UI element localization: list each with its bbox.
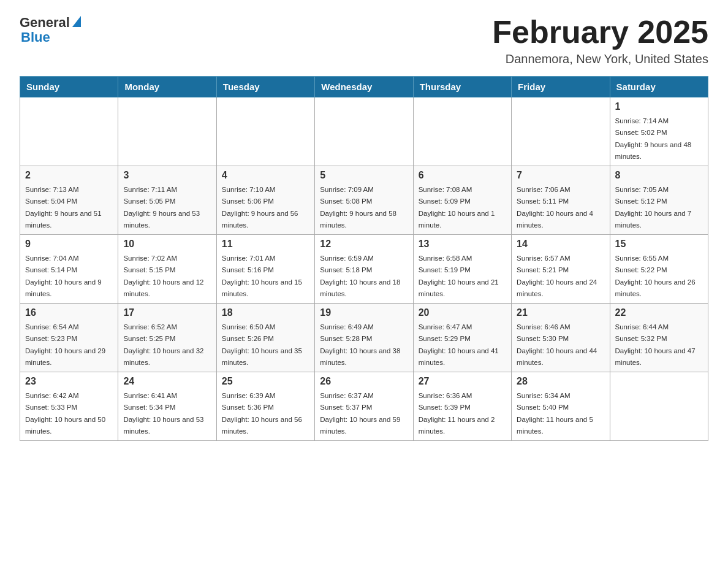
day-number: 9: [25, 239, 113, 250]
calendar-cell: 25Sunrise: 6:39 AMSunset: 5:36 PMDayligh…: [216, 372, 314, 441]
calendar-cell: 24Sunrise: 6:41 AMSunset: 5:34 PMDayligh…: [118, 372, 216, 441]
day-info: Sunrise: 6:50 AMSunset: 5:26 PMDaylight:…: [222, 323, 302, 366]
day-info: Sunrise: 7:04 AMSunset: 5:14 PMDaylight:…: [25, 255, 102, 297]
day-number: 20: [419, 307, 506, 318]
weekday-header-wednesday: Wednesday: [315, 77, 413, 98]
day-info: Sunrise: 7:05 AMSunset: 5:12 PMDaylight:…: [615, 186, 692, 229]
day-number: 19: [320, 307, 408, 318]
day-number: 2: [25, 170, 113, 181]
calendar-week-row: 1Sunrise: 7:14 AMSunset: 5:02 PMDaylight…: [20, 98, 708, 166]
calendar-cell: 4Sunrise: 7:10 AMSunset: 5:06 PMDaylight…: [216, 166, 314, 235]
day-info: Sunrise: 7:02 AMSunset: 5:15 PMDaylight:…: [123, 255, 203, 297]
day-number: 22: [615, 307, 703, 318]
day-info: Sunrise: 6:49 AMSunset: 5:28 PMDaylight:…: [320, 323, 400, 366]
calendar-cell: [118, 98, 216, 166]
calendar-cell: 6Sunrise: 7:08 AMSunset: 5:09 PMDaylight…: [413, 166, 511, 235]
day-number: 3: [123, 170, 211, 181]
weekday-header-monday: Monday: [118, 77, 216, 98]
calendar-cell: 5Sunrise: 7:09 AMSunset: 5:08 PMDaylight…: [315, 166, 413, 235]
logo: General Blue: [20, 15, 81, 45]
day-info: Sunrise: 6:54 AMSunset: 5:23 PMDaylight:…: [25, 323, 105, 366]
day-number: 4: [222, 170, 309, 181]
calendar-cell: 2Sunrise: 7:13 AMSunset: 5:04 PMDaylight…: [20, 166, 118, 235]
calendar-cell: 1Sunrise: 7:14 AMSunset: 5:02 PMDaylight…: [610, 98, 708, 166]
calendar-cell: 16Sunrise: 6:54 AMSunset: 5:23 PMDayligh…: [20, 304, 118, 372]
calendar-header: SundayMondayTuesdayWednesdayThursdayFrid…: [20, 77, 708, 98]
day-number: 25: [222, 376, 309, 387]
day-number: 23: [25, 376, 113, 387]
day-info: Sunrise: 6:52 AMSunset: 5:25 PMDaylight:…: [123, 323, 203, 366]
day-info: Sunrise: 6:36 AMSunset: 5:39 PMDaylight:…: [419, 392, 495, 435]
calendar-week-row: 16Sunrise: 6:54 AMSunset: 5:23 PMDayligh…: [20, 304, 708, 372]
calendar-cell: 3Sunrise: 7:11 AMSunset: 5:05 PMDaylight…: [118, 166, 216, 235]
calendar-body: 1Sunrise: 7:14 AMSunset: 5:02 PMDaylight…: [20, 98, 708, 441]
day-number: 24: [123, 376, 211, 387]
calendar-cell: 12Sunrise: 6:59 AMSunset: 5:18 PMDayligh…: [315, 235, 413, 304]
calendar-week-row: 2Sunrise: 7:13 AMSunset: 5:04 PMDaylight…: [20, 166, 708, 235]
day-info: Sunrise: 6:34 AMSunset: 5:40 PMDaylight:…: [517, 392, 593, 435]
calendar-cell: 18Sunrise: 6:50 AMSunset: 5:26 PMDayligh…: [216, 304, 314, 372]
day-number: 10: [123, 239, 211, 250]
day-number: 11: [222, 239, 309, 250]
day-number: 14: [517, 239, 604, 250]
calendar-cell: 14Sunrise: 6:57 AMSunset: 5:21 PMDayligh…: [512, 235, 610, 304]
day-info: Sunrise: 6:46 AMSunset: 5:30 PMDaylight:…: [517, 323, 597, 366]
calendar-week-row: 9Sunrise: 7:04 AMSunset: 5:14 PMDaylight…: [20, 235, 708, 304]
day-info: Sunrise: 7:01 AMSunset: 5:16 PMDaylight:…: [222, 255, 302, 297]
calendar-cell: 27Sunrise: 6:36 AMSunset: 5:39 PMDayligh…: [413, 372, 511, 441]
day-info: Sunrise: 6:37 AMSunset: 5:37 PMDaylight:…: [320, 392, 400, 435]
calendar-cell: [216, 98, 314, 166]
day-info: Sunrise: 6:55 AMSunset: 5:22 PMDaylight:…: [615, 255, 696, 297]
weekday-header-tuesday: Tuesday: [216, 77, 314, 98]
weekday-header-friday: Friday: [512, 77, 610, 98]
calendar-cell: 11Sunrise: 7:01 AMSunset: 5:16 PMDayligh…: [216, 235, 314, 304]
day-number: 7: [517, 170, 604, 181]
day-number: 5: [320, 170, 408, 181]
calendar-subtitle: Dannemora, New York, United States: [492, 52, 708, 66]
calendar-week-row: 23Sunrise: 6:42 AMSunset: 5:33 PMDayligh…: [20, 372, 708, 441]
day-number: 15: [615, 239, 703, 250]
day-info: Sunrise: 6:42 AMSunset: 5:33 PMDaylight:…: [25, 392, 105, 435]
day-number: 1: [615, 101, 703, 112]
day-info: Sunrise: 7:09 AMSunset: 5:08 PMDaylight:…: [320, 186, 396, 229]
calendar-cell: 28Sunrise: 6:34 AMSunset: 5:40 PMDayligh…: [512, 372, 610, 441]
day-info: Sunrise: 7:06 AMSunset: 5:11 PMDaylight:…: [517, 186, 593, 229]
calendar-cell: 20Sunrise: 6:47 AMSunset: 5:29 PMDayligh…: [413, 304, 511, 372]
title-area: February 2025 Dannemora, New York, Unite…: [492, 15, 708, 66]
day-info: Sunrise: 7:13 AMSunset: 5:04 PMDaylight:…: [25, 186, 102, 229]
day-number: 13: [419, 239, 506, 250]
day-info: Sunrise: 6:39 AMSunset: 5:36 PMDaylight:…: [222, 392, 302, 435]
day-number: 16: [25, 307, 113, 318]
calendar-cell: 10Sunrise: 7:02 AMSunset: 5:15 PMDayligh…: [118, 235, 216, 304]
calendar-cell: 23Sunrise: 6:42 AMSunset: 5:33 PMDayligh…: [20, 372, 118, 441]
day-info: Sunrise: 6:59 AMSunset: 5:18 PMDaylight:…: [320, 255, 400, 297]
day-info: Sunrise: 6:44 AMSunset: 5:32 PMDaylight:…: [615, 323, 696, 366]
day-info: Sunrise: 6:58 AMSunset: 5:19 PMDaylight:…: [419, 255, 499, 297]
logo-blue-text: Blue: [20, 29, 50, 45]
day-number: 17: [123, 307, 211, 318]
weekday-header-thursday: Thursday: [413, 77, 511, 98]
day-info: Sunrise: 7:10 AMSunset: 5:06 PMDaylight:…: [222, 186, 298, 229]
calendar-cell: 26Sunrise: 6:37 AMSunset: 5:37 PMDayligh…: [315, 372, 413, 441]
day-number: 12: [320, 239, 408, 250]
day-info: Sunrise: 7:14 AMSunset: 5:02 PMDaylight:…: [615, 117, 692, 160]
calendar-cell: 13Sunrise: 6:58 AMSunset: 5:19 PMDayligh…: [413, 235, 511, 304]
calendar-table: SundayMondayTuesdayWednesdayThursdayFrid…: [20, 76, 708, 441]
day-number: 8: [615, 170, 703, 181]
calendar-cell: [20, 98, 118, 166]
calendar-cell: 7Sunrise: 7:06 AMSunset: 5:11 PMDaylight…: [512, 166, 610, 235]
calendar-cell: [610, 372, 708, 441]
day-number: 26: [320, 376, 408, 387]
weekday-header-saturday: Saturday: [610, 77, 708, 98]
day-number: 28: [517, 376, 604, 387]
calendar-title: February 2025: [492, 15, 708, 50]
weekday-header-sunday: Sunday: [20, 77, 118, 98]
calendar-cell: [413, 98, 511, 166]
day-info: Sunrise: 7:08 AMSunset: 5:09 PMDaylight:…: [419, 186, 495, 229]
calendar-cell: 22Sunrise: 6:44 AMSunset: 5:32 PMDayligh…: [610, 304, 708, 372]
day-info: Sunrise: 7:11 AMSunset: 5:05 PMDaylight:…: [123, 186, 200, 229]
logo-triangle-icon: [72, 16, 81, 27]
day-info: Sunrise: 6:47 AMSunset: 5:29 PMDaylight:…: [419, 323, 499, 366]
day-info: Sunrise: 6:57 AMSunset: 5:21 PMDaylight:…: [517, 255, 597, 297]
calendar-cell: [315, 98, 413, 166]
